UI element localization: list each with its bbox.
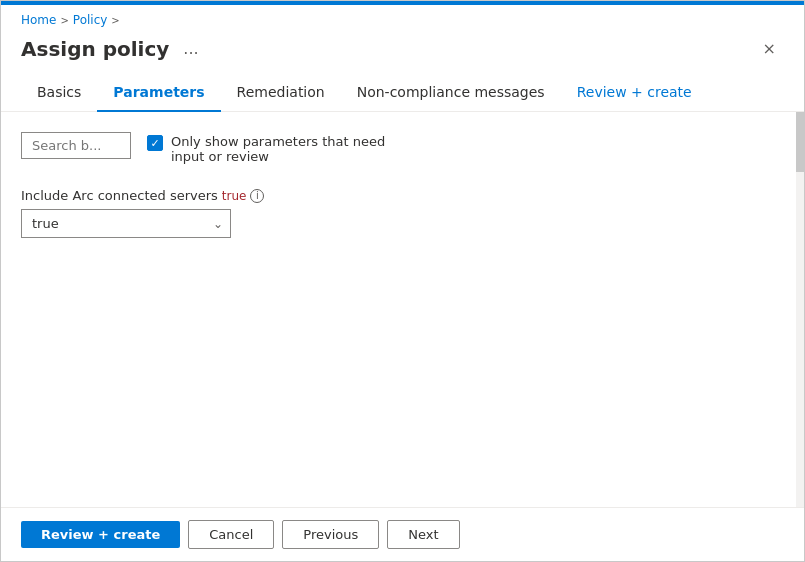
content-area: Only show parameters that need input or …: [1, 112, 804, 507]
tab-basics[interactable]: Basics: [21, 74, 97, 112]
checkbox-icon: [147, 135, 163, 151]
ellipsis-button[interactable]: ...: [177, 37, 204, 60]
tab-non-compliance[interactable]: Non-compliance messages: [341, 74, 561, 112]
breadcrumb-separator-1: >: [60, 15, 68, 26]
breadcrumb: Home > Policy >: [1, 5, 804, 31]
controls-row: Only show parameters that need input or …: [21, 132, 784, 164]
tab-bar: Basics Parameters Remediation Non-compli…: [1, 74, 804, 112]
field-label-text: Include Arc connected servers: [21, 188, 218, 203]
scrollbar-thumb[interactable]: [796, 112, 804, 172]
previous-button[interactable]: Previous: [282, 520, 379, 549]
close-button[interactable]: ×: [755, 35, 784, 62]
breadcrumb-home[interactable]: Home: [21, 13, 56, 27]
header-left: Assign policy ...: [21, 37, 205, 61]
page-header: Assign policy ... ×: [1, 31, 804, 74]
footer: Review + create Cancel Previous Next: [1, 507, 804, 561]
checkbox-text: Only show parameters that need input or …: [171, 134, 407, 164]
page-title: Assign policy: [21, 37, 169, 61]
next-button[interactable]: Next: [387, 520, 459, 549]
required-star: true: [222, 189, 247, 203]
tab-review-create[interactable]: Review + create: [561, 74, 708, 112]
tab-parameters[interactable]: Parameters: [97, 74, 220, 112]
review-create-button[interactable]: Review + create: [21, 521, 180, 548]
info-icon[interactable]: i: [250, 189, 264, 203]
search-input[interactable]: [21, 132, 131, 159]
main-window: Home > Policy > Assign policy ... × Basi…: [0, 0, 805, 562]
field-label-row: Include Arc connected servers true i: [21, 188, 784, 203]
cancel-button[interactable]: Cancel: [188, 520, 274, 549]
breadcrumb-separator-2: >: [111, 15, 119, 26]
arc-servers-dropdown[interactable]: true false: [21, 209, 231, 238]
tab-remediation[interactable]: Remediation: [221, 74, 341, 112]
dropdown-wrapper: true false ⌄: [21, 209, 231, 238]
scrollbar-track: [796, 112, 804, 507]
field-section: Include Arc connected servers true i tru…: [21, 188, 784, 238]
breadcrumb-policy[interactable]: Policy: [73, 13, 108, 27]
checkbox-label[interactable]: Only show parameters that need input or …: [147, 132, 407, 164]
